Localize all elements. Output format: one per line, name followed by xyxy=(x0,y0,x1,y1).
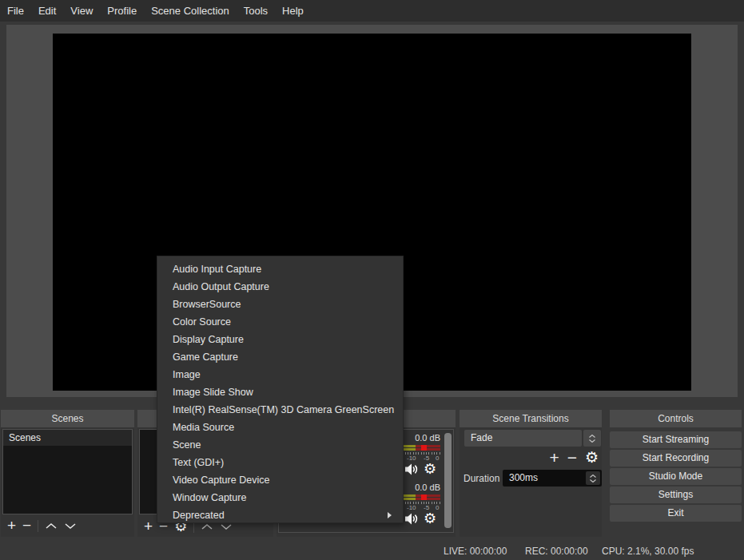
add-transition-button[interactable]: + xyxy=(549,449,559,467)
start-streaming-button[interactable]: Start Streaming xyxy=(610,431,742,448)
menu-item-window-capture[interactable]: Window Capture xyxy=(157,489,403,506)
duration-spinner[interactable] xyxy=(586,471,600,485)
scenes-toolbar: + − xyxy=(2,516,133,535)
transitions-toolbar: + − ⚙ xyxy=(460,449,602,467)
menubar: File Edit View Profile Scene Collection … xyxy=(0,0,744,22)
submenu-arrow-icon xyxy=(388,512,392,518)
menu-file[interactable]: File xyxy=(0,0,31,22)
channel2-peak-marker xyxy=(421,494,427,500)
menu-item-display-capture[interactable]: Display Capture xyxy=(157,331,403,348)
chevron-up-icon xyxy=(589,435,595,438)
remove-scene-button[interactable]: − xyxy=(22,517,31,534)
menu-item-deprecated-label: Deprecated xyxy=(173,510,225,521)
status-rec: REC: 00:00:00 xyxy=(525,546,588,557)
mixer-scrollbar[interactable] xyxy=(444,433,452,528)
menu-help[interactable]: Help xyxy=(275,0,311,22)
menu-tools[interactable]: Tools xyxy=(237,0,275,22)
menu-item-game-capture[interactable]: Game Capture xyxy=(157,348,403,366)
transition-select-spinner[interactable] xyxy=(583,430,601,447)
obs-window: File Edit View Profile Scene Collection … xyxy=(0,0,744,560)
chevron-down-icon xyxy=(590,479,596,483)
menu-item-media-source[interactable]: Media Source xyxy=(157,419,403,436)
channel2-gear-icon[interactable]: ⚙ xyxy=(424,510,436,527)
menu-item-image[interactable]: Image xyxy=(157,366,403,383)
settings-button[interactable]: Settings xyxy=(610,487,742,503)
channel1-speaker-icon[interactable] xyxy=(404,463,419,475)
scene-list-item[interactable]: Scenes xyxy=(3,430,132,446)
menu-item-color-source[interactable]: Color Source xyxy=(157,313,403,331)
channel1-tick--10: -10 xyxy=(407,455,416,462)
add-source-context-menu: Audio Input Capture Audio Output Capture… xyxy=(157,256,404,523)
duration-label: Duration xyxy=(464,473,499,484)
studio-mode-button[interactable]: Studio Mode xyxy=(610,468,742,485)
remove-transition-button[interactable]: − xyxy=(567,449,577,467)
controls-panel-header[interactable]: Controls xyxy=(610,410,742,427)
menu-view[interactable]: View xyxy=(63,0,100,22)
add-source-button[interactable]: + xyxy=(144,518,153,535)
menu-item-browsersource[interactable]: BrowserSource xyxy=(157,296,403,313)
channel1-peak-marker xyxy=(421,445,427,451)
menu-profile[interactable]: Profile xyxy=(100,0,144,22)
menu-scene-collection[interactable]: Scene Collection xyxy=(144,0,237,22)
channel2-speaker-icon[interactable] xyxy=(404,513,419,525)
status-live: LIVE: 00:00:00 xyxy=(444,546,507,557)
scene-up-icon[interactable] xyxy=(45,522,58,530)
exit-button[interactable]: Exit xyxy=(610,505,742,522)
scenes-panel-header[interactable]: Scenes xyxy=(1,410,134,427)
menu-item-video-capture-device[interactable]: Video Capture Device xyxy=(157,471,403,489)
chevron-down-icon xyxy=(589,439,595,443)
menu-item-realsense-greenscreen[interactable]: Intel(R) RealSense(TM) 3D Camera GreenSc… xyxy=(157,401,403,419)
chevron-up-icon xyxy=(590,475,596,478)
transition-select[interactable]: Fade xyxy=(464,430,582,447)
scene-down-icon[interactable] xyxy=(64,522,77,530)
channel2-tick--10: -10 xyxy=(407,504,416,511)
menu-item-audio-output-capture[interactable]: Audio Output Capture xyxy=(157,278,403,296)
transition-properties-gear-icon[interactable]: ⚙ xyxy=(585,449,599,467)
menu-item-image-slide-show[interactable]: Image Slide Show xyxy=(157,383,403,401)
menu-item-text-gdi[interactable]: Text (GDI+) xyxy=(157,454,403,471)
status-cpu-fps: CPU: 2.1%, 30.00 fps xyxy=(602,546,694,557)
menu-edit[interactable]: Edit xyxy=(31,0,63,22)
add-scene-button[interactable]: + xyxy=(7,517,16,534)
menu-item-scene[interactable]: Scene xyxy=(157,436,403,454)
transitions-panel-header[interactable]: Scene Transitions xyxy=(460,410,602,427)
scenes-list: Scenes xyxy=(2,429,133,514)
menu-item-deprecated[interactable]: Deprecated xyxy=(157,506,403,524)
toolbar-separator xyxy=(38,520,38,532)
menu-item-audio-input-capture[interactable]: Audio Input Capture xyxy=(157,260,403,278)
start-recording-button[interactable]: Start Recording xyxy=(610,450,742,467)
channel1-gear-icon[interactable]: ⚙ xyxy=(424,460,436,478)
